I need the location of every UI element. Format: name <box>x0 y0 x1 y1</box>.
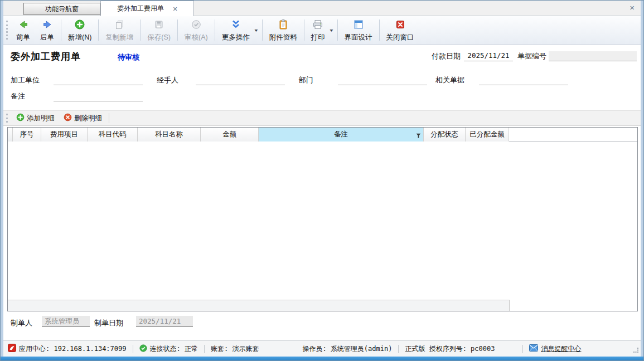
save-icon <box>153 19 164 32</box>
remark-field[interactable] <box>54 91 143 101</box>
window-close-icon[interactable]: × <box>630 3 635 12</box>
toolbar-separator <box>61 19 61 41</box>
column-header-seq[interactable]: 序号 <box>13 128 41 142</box>
row-indicator-column <box>8 128 13 142</box>
filter-funnel-icon[interactable] <box>415 130 422 142</box>
status-badge: 待审核 <box>118 52 139 62</box>
grid-header-row: 序号 费用项目 科目代码 科目名称 金额 备注 分配状态 已分配金额 <box>8 128 637 142</box>
printer-icon <box>312 19 323 32</box>
processor-field[interactable] <box>54 75 143 85</box>
message-center: 消息提醒中心 <box>529 344 581 354</box>
handler-field[interactable] <box>196 75 285 85</box>
print-button[interactable]: 打印 ▼ <box>306 16 336 44</box>
detail-toolbar-grip[interactable] <box>6 114 8 123</box>
tab-bar: 功能导航窗 委外加工费用单 × × <box>3 1 641 16</box>
save-button: 保存(S) <box>142 16 176 44</box>
window-right-border <box>641 1 643 357</box>
clipboard-icon <box>278 19 289 32</box>
maker-field: 系统管理员 <box>42 316 90 327</box>
toolbar-separator <box>177 19 178 41</box>
maker-date-field: 2025/11/21 <box>136 316 193 327</box>
maker-row: 制单人 系统管理员 制单日期 2025/11/21 <box>3 314 641 330</box>
delete-detail-button[interactable]: 删除明细 <box>59 111 106 125</box>
column-header-remark[interactable]: 备注 <box>259 128 424 142</box>
page-title: 委外加工费用单 <box>11 50 81 63</box>
form-area: 加工单位 经手人 部门 相关单据 备注 <box>3 68 641 110</box>
tab-expense-form[interactable]: 委外加工费用单 × <box>100 1 194 16</box>
department-field[interactable] <box>338 75 427 85</box>
maker-label: 制单人 <box>11 318 32 328</box>
new-button[interactable]: 新增(N) <box>63 16 96 44</box>
double-chevron-down-icon <box>230 19 241 32</box>
pay-date-label: 付款日期 <box>432 51 461 61</box>
status-separator <box>133 345 133 353</box>
connection-status: 连接状态: 正常 <box>139 344 198 354</box>
toolbar-separator <box>98 19 99 41</box>
maker-date-label: 制单日期 <box>94 318 123 328</box>
column-header-alloc-status[interactable]: 分配状态 <box>424 128 466 142</box>
toolbar-separator <box>304 19 304 41</box>
toolbar-separator <box>337 19 338 41</box>
copy-new-button: 复制新增 <box>100 16 138 44</box>
related-doc-field[interactable] <box>479 75 568 85</box>
account-set-status: 账套: 演示账套 <box>211 344 259 354</box>
toolbar-grip[interactable] <box>6 21 8 40</box>
app-logo-icon <box>8 344 16 354</box>
operator-status: 操作员: 系统管理员(admin) <box>302 344 392 354</box>
column-header-expense-item[interactable]: 费用项目 <box>41 128 88 142</box>
toolbar-separator <box>262 19 263 41</box>
dropdown-caret-icon: ▼ <box>253 28 259 32</box>
detail-toolbar-separator <box>109 113 109 123</box>
toolbar-separator <box>215 19 215 41</box>
toolbar-separator <box>379 19 380 41</box>
close-window-button[interactable]: 关闭窗口 <box>381 16 419 44</box>
dropdown-caret-icon: ▼ <box>328 28 334 32</box>
connection-ok-icon <box>139 344 147 354</box>
document-header: 委外加工费用单 待审核 付款日期 2025/11/21 单据编号 <box>3 45 641 68</box>
plus-circle-icon <box>74 19 85 32</box>
department-label: 部门 <box>299 75 313 85</box>
add-detail-button[interactable]: 添加明细 <box>12 111 59 125</box>
window-bottom-border <box>1 357 643 360</box>
next-doc-button[interactable]: 后单 <box>35 16 59 44</box>
license-status: 正式版 授权序列号: pc0003 <box>405 344 495 354</box>
app-window: 功能导航窗 委外加工费用单 × × 前单 后单 <box>0 0 644 361</box>
message-center-link[interactable]: 消息提醒中心 <box>541 344 581 354</box>
column-header-amount[interactable]: 金额 <box>201 128 259 142</box>
status-separator <box>204 345 205 353</box>
doc-no-label: 单据编号 <box>517 51 546 61</box>
tab-label: 委外加工费用单 <box>117 4 164 13</box>
related-doc-label: 相关单据 <box>435 75 464 85</box>
close-box-icon <box>395 19 406 32</box>
prev-doc-button[interactable]: 前单 <box>11 16 35 44</box>
remark-label: 备注 <box>11 91 25 101</box>
attachments-button[interactable]: 附件资料 <box>264 16 302 44</box>
grid-summary-bar <box>8 300 510 311</box>
column-header-alloc-amount[interactable]: 已分配金额 <box>466 128 509 142</box>
tab-close-icon[interactable]: × <box>173 5 177 13</box>
delete-circle-icon <box>64 113 72 123</box>
status-bar: 应用中心: 192.168.1.134:7099 连接状态: 正常 账套: 演示… <box>3 340 641 357</box>
app-center-status: 应用中心: 192.168.1.134:7099 <box>8 344 127 354</box>
toolbar-separator <box>140 19 141 41</box>
envelope-icon <box>529 344 538 353</box>
add-circle-icon <box>16 113 25 123</box>
pay-date-field[interactable]: 2025/11/21 <box>464 51 513 61</box>
copy-icon <box>114 19 125 32</box>
ui-design-button[interactable]: 界面设计 <box>340 16 377 44</box>
doc-no-field[interactable] <box>549 51 637 61</box>
tab-navigation[interactable]: 功能导航窗 <box>23 3 100 15</box>
arrow-left-icon <box>18 19 29 32</box>
audit-button: 审核(A) <box>180 16 213 44</box>
handler-label: 经手人 <box>157 75 178 85</box>
detail-toolbar: 添加明细 删除明细 <box>3 110 641 126</box>
column-header-account-name[interactable]: 科目名称 <box>138 128 201 142</box>
processor-label: 加工单位 <box>11 75 40 85</box>
more-actions-button[interactable]: 更多操作 ▼ <box>217 16 260 44</box>
status-separator <box>398 345 399 353</box>
detail-grid: 序号 费用项目 科目代码 科目名称 金额 备注 分配状态 已分配金额 <box>7 127 638 311</box>
check-circle-icon <box>191 19 202 32</box>
status-separator <box>522 345 523 353</box>
resize-grip[interactable] <box>633 347 639 355</box>
column-header-account-code[interactable]: 科目代码 <box>88 128 138 142</box>
